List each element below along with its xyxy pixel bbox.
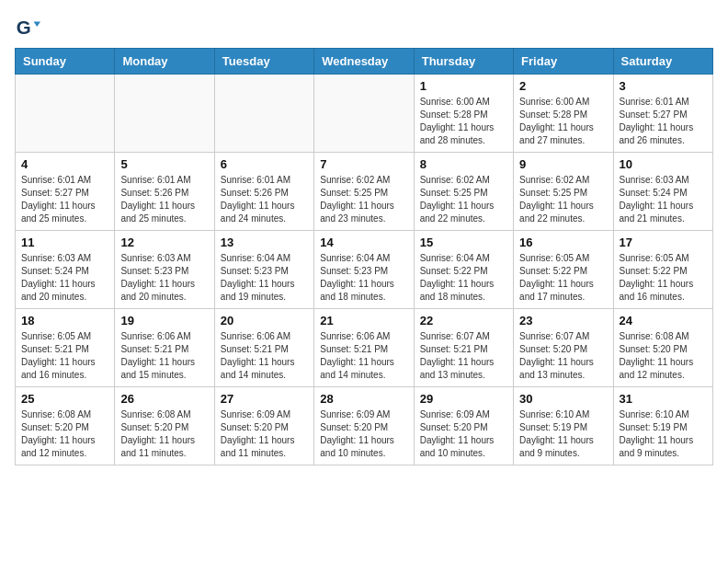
day-number: 5: [120, 157, 208, 171]
day-info: Sunrise: 6:09 AM Sunset: 5:20 PM Dayligh…: [320, 408, 407, 460]
day-info: Sunrise: 6:06 AM Sunset: 5:21 PM Dayligh…: [320, 330, 407, 382]
day-info: Sunrise: 6:04 AM Sunset: 5:22 PM Dayligh…: [420, 252, 507, 304]
day-number: 20: [221, 314, 308, 327]
day-info: Sunrise: 6:03 AM Sunset: 5:23 PM Dayligh…: [120, 252, 208, 304]
calendar-cell: 10Sunrise: 6:03 AM Sunset: 5:24 PM Dayli…: [613, 153, 712, 231]
calendar-cell: 4Sunrise: 6:01 AM Sunset: 5:27 PM Daylig…: [16, 153, 115, 231]
day-number: 15: [420, 236, 507, 249]
calendar-header-row: SundayMondayTuesdayWednesdayThursdayFrid…: [16, 49, 713, 75]
calendar-cell: 31Sunrise: 6:10 AM Sunset: 5:19 PM Dayli…: [613, 387, 712, 465]
day-number: 19: [120, 314, 208, 327]
day-info: Sunrise: 6:00 AM Sunset: 5:28 PM Dayligh…: [519, 96, 607, 147]
weekday-header-thursday: Thursday: [414, 49, 513, 75]
calendar-cell: 16Sunrise: 6:05 AM Sunset: 5:22 PM Dayli…: [514, 231, 613, 309]
day-info: Sunrise: 6:08 AM Sunset: 5:20 PM Dayligh…: [620, 330, 707, 382]
calendar-week-row: 4Sunrise: 6:01 AM Sunset: 5:27 PM Daylig…: [16, 153, 713, 231]
logo: G: [15, 15, 44, 40]
day-number: 10: [620, 157, 707, 171]
day-info: Sunrise: 6:01 AM Sunset: 5:27 PM Dayligh…: [620, 96, 707, 147]
day-info: Sunrise: 6:09 AM Sunset: 5:20 PM Dayligh…: [221, 408, 308, 460]
day-info: Sunrise: 6:09 AM Sunset: 5:20 PM Dayligh…: [420, 408, 507, 460]
calendar-cell: 12Sunrise: 6:03 AM Sunset: 5:23 PM Dayli…: [115, 231, 214, 309]
calendar-week-row: 11Sunrise: 6:03 AM Sunset: 5:24 PM Dayli…: [16, 231, 713, 309]
day-info: Sunrise: 6:07 AM Sunset: 5:21 PM Dayligh…: [420, 330, 507, 382]
calendar-cell: 21Sunrise: 6:06 AM Sunset: 5:21 PM Dayli…: [314, 309, 414, 387]
calendar-cell: [16, 75, 115, 153]
calendar-cell: 1Sunrise: 6:00 AM Sunset: 5:28 PM Daylig…: [414, 75, 513, 153]
day-number: 8: [420, 157, 507, 171]
day-info: Sunrise: 6:01 AM Sunset: 5:26 PM Dayligh…: [120, 174, 208, 225]
calendar-cell: 7Sunrise: 6:02 AM Sunset: 5:25 PM Daylig…: [314, 153, 414, 231]
day-number: 1: [420, 79, 507, 93]
day-number: 11: [21, 236, 108, 249]
day-number: 13: [221, 236, 308, 249]
day-number: 7: [320, 157, 407, 171]
day-info: Sunrise: 6:08 AM Sunset: 5:20 PM Dayligh…: [120, 408, 208, 460]
weekday-header-saturday: Saturday: [613, 49, 712, 75]
calendar-cell: 5Sunrise: 6:01 AM Sunset: 5:26 PM Daylig…: [115, 153, 214, 231]
day-info: Sunrise: 6:10 AM Sunset: 5:19 PM Dayligh…: [519, 408, 607, 460]
calendar-week-row: 1Sunrise: 6:00 AM Sunset: 5:28 PM Daylig…: [16, 75, 713, 153]
day-info: Sunrise: 6:07 AM Sunset: 5:20 PM Dayligh…: [519, 330, 607, 382]
day-info: Sunrise: 6:10 AM Sunset: 5:19 PM Dayligh…: [620, 408, 707, 460]
weekday-header-monday: Monday: [115, 49, 214, 75]
day-number: 29: [420, 392, 507, 406]
calendar-cell: 13Sunrise: 6:04 AM Sunset: 5:23 PM Dayli…: [214, 231, 313, 309]
day-number: 9: [519, 157, 607, 171]
day-number: 24: [620, 314, 707, 327]
calendar-cell: 20Sunrise: 6:06 AM Sunset: 5:21 PM Dayli…: [214, 309, 313, 387]
day-number: 18: [21, 314, 108, 327]
day-number: 3: [620, 79, 707, 93]
day-info: Sunrise: 6:06 AM Sunset: 5:21 PM Dayligh…: [221, 330, 308, 382]
calendar-body: 1Sunrise: 6:00 AM Sunset: 5:28 PM Daylig…: [16, 75, 713, 465]
day-info: Sunrise: 6:02 AM Sunset: 5:25 PM Dayligh…: [519, 174, 607, 225]
calendar-cell: 15Sunrise: 6:04 AM Sunset: 5:22 PM Dayli…: [414, 231, 513, 309]
weekday-header-wednesday: Wednesday: [314, 49, 414, 75]
calendar-cell: 23Sunrise: 6:07 AM Sunset: 5:20 PM Dayli…: [514, 309, 613, 387]
day-info: Sunrise: 6:06 AM Sunset: 5:21 PM Dayligh…: [120, 330, 208, 382]
day-number: 25: [21, 392, 108, 406]
day-number: 14: [320, 236, 407, 249]
calendar-cell: 9Sunrise: 6:02 AM Sunset: 5:25 PM Daylig…: [514, 153, 613, 231]
calendar-cell: [314, 75, 414, 153]
calendar-table: SundayMondayTuesdayWednesdayThursdayFrid…: [15, 48, 713, 465]
day-number: 27: [221, 392, 308, 406]
calendar-cell: 18Sunrise: 6:05 AM Sunset: 5:21 PM Dayli…: [16, 309, 115, 387]
calendar-cell: 6Sunrise: 6:01 AM Sunset: 5:26 PM Daylig…: [214, 153, 313, 231]
day-info: Sunrise: 6:05 AM Sunset: 5:22 PM Dayligh…: [519, 252, 607, 304]
weekday-header-friday: Friday: [514, 49, 613, 75]
calendar-cell: 26Sunrise: 6:08 AM Sunset: 5:20 PM Dayli…: [115, 387, 214, 465]
day-number: 30: [519, 392, 607, 406]
calendar-week-row: 18Sunrise: 6:05 AM Sunset: 5:21 PM Dayli…: [16, 309, 713, 387]
calendar-cell: [214, 75, 313, 153]
calendar-cell: 14Sunrise: 6:04 AM Sunset: 5:23 PM Dayli…: [314, 231, 414, 309]
calendar-cell: 2Sunrise: 6:00 AM Sunset: 5:28 PM Daylig…: [514, 75, 613, 153]
day-info: Sunrise: 6:04 AM Sunset: 5:23 PM Dayligh…: [221, 252, 308, 304]
calendar-cell: 8Sunrise: 6:02 AM Sunset: 5:25 PM Daylig…: [414, 153, 513, 231]
day-number: 16: [519, 236, 607, 249]
calendar-cell: 19Sunrise: 6:06 AM Sunset: 5:21 PM Dayli…: [115, 309, 214, 387]
calendar-cell: 22Sunrise: 6:07 AM Sunset: 5:21 PM Dayli…: [414, 309, 513, 387]
svg-text:G: G: [17, 17, 31, 38]
day-number: 26: [120, 392, 208, 406]
day-info: Sunrise: 6:01 AM Sunset: 5:26 PM Dayligh…: [221, 174, 308, 225]
calendar-cell: 30Sunrise: 6:10 AM Sunset: 5:19 PM Dayli…: [514, 387, 613, 465]
svg-marker-1: [34, 21, 40, 27]
day-info: Sunrise: 6:02 AM Sunset: 5:25 PM Dayligh…: [420, 174, 507, 225]
calendar-cell: 27Sunrise: 6:09 AM Sunset: 5:20 PM Dayli…: [214, 387, 313, 465]
calendar-cell: 28Sunrise: 6:09 AM Sunset: 5:20 PM Dayli…: [314, 387, 414, 465]
day-info: Sunrise: 6:00 AM Sunset: 5:28 PM Dayligh…: [420, 96, 507, 147]
day-number: 4: [21, 157, 108, 171]
page-header: G: [15, 15, 713, 40]
calendar-cell: 29Sunrise: 6:09 AM Sunset: 5:20 PM Dayli…: [414, 387, 513, 465]
calendar-cell: 24Sunrise: 6:08 AM Sunset: 5:20 PM Dayli…: [613, 309, 712, 387]
day-info: Sunrise: 6:01 AM Sunset: 5:27 PM Dayligh…: [21, 174, 108, 225]
day-number: 22: [420, 314, 507, 327]
day-info: Sunrise: 6:05 AM Sunset: 5:22 PM Dayligh…: [620, 252, 707, 304]
day-number: 28: [320, 392, 407, 406]
day-number: 21: [320, 314, 407, 327]
day-info: Sunrise: 6:05 AM Sunset: 5:21 PM Dayligh…: [21, 330, 108, 382]
calendar-cell: 3Sunrise: 6:01 AM Sunset: 5:27 PM Daylig…: [613, 75, 712, 153]
day-number: 23: [519, 314, 607, 327]
day-number: 12: [120, 236, 208, 249]
